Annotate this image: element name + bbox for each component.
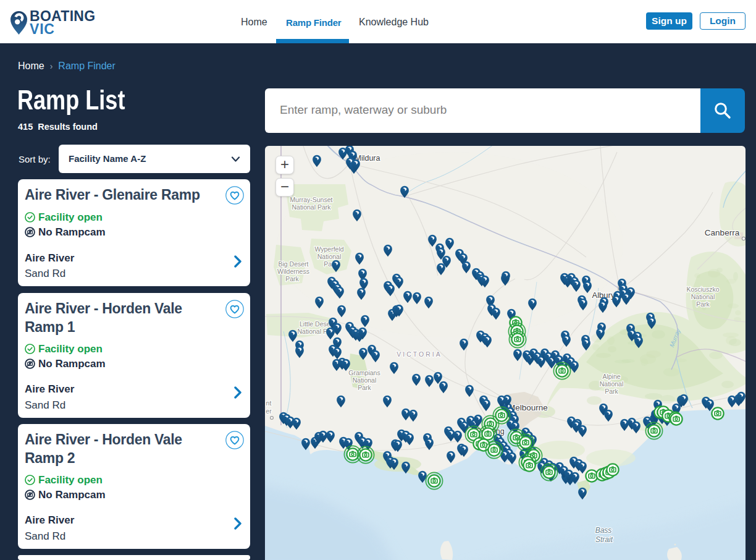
svg-text:Kosciuszko: Kosciuszko — [686, 286, 719, 293]
svg-text:Wyperfeld: Wyperfeld — [314, 245, 343, 253]
svg-text:Big Desert: Big Desert — [278, 260, 308, 268]
svg-text:Park: Park — [358, 384, 371, 391]
svg-text:er: er — [266, 407, 272, 415]
svg-text:National: National — [600, 380, 624, 388]
svg-text:Park: Park — [605, 388, 618, 395]
svg-text:Alpine: Alpine — [602, 373, 620, 380]
svg-text:Park: Park — [696, 300, 710, 308]
svg-text:National: National — [691, 293, 715, 300]
svg-text:Murray-Sunset: Murray-Sunset — [290, 196, 333, 203]
svg-text:Park: Park — [285, 275, 299, 282]
svg-text:Bass: Bass — [595, 526, 612, 535]
svg-text:Wilderness: Wilderness — [277, 268, 309, 275]
svg-text:VICTORIA: VICTORIA — [397, 350, 442, 358]
svg-text:National: National — [317, 253, 342, 260]
svg-text:Canberra: Canberra — [705, 228, 740, 237]
svg-text:National Park: National Park — [292, 203, 331, 211]
svg-text:VIC: VIC — [30, 21, 55, 36]
svg-text:Grampians: Grampians — [348, 369, 380, 376]
svg-text:National: National — [353, 376, 377, 384]
svg-text:Strait: Strait — [595, 535, 613, 544]
svg-text:nt: nt — [266, 399, 272, 407]
